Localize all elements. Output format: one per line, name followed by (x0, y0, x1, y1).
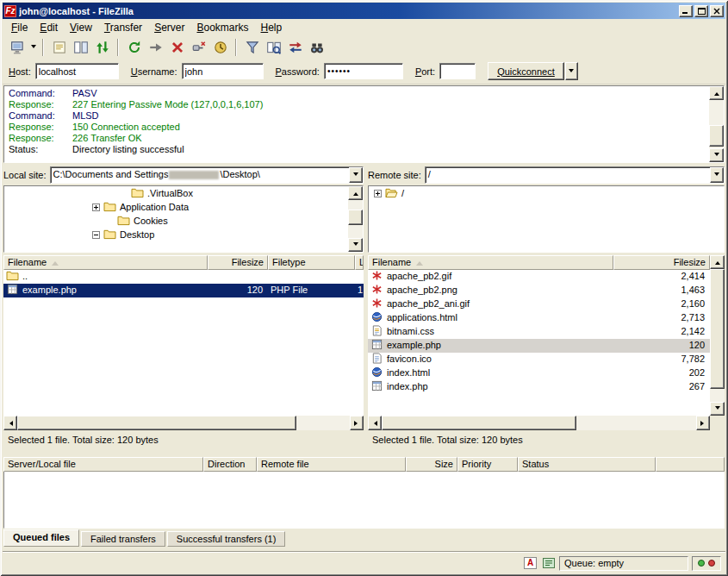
scroll-track[interactable] (348, 200, 363, 238)
scroll-thumb[interactable] (17, 416, 296, 430)
process-queue-icon[interactable] (146, 37, 165, 57)
scroll-up-button[interactable] (348, 186, 363, 200)
tab-successful-transfers-1[interactable]: Successful transfers (1) (167, 531, 286, 547)
menu-item-edit[interactable]: Edit (34, 20, 64, 35)
column-header-remote-file[interactable]: Remote file (257, 457, 406, 472)
disconnect-icon[interactable] (189, 37, 208, 57)
scroll-thumb[interactable] (348, 210, 363, 225)
menu-item-transfer[interactable]: Transfer (98, 20, 148, 35)
scroll-track[interactable] (17, 416, 350, 430)
combo-dropdown-icon[interactable] (349, 167, 363, 183)
log-scrollbar[interactable] (709, 86, 724, 162)
cancel-icon[interactable] (167, 37, 187, 57)
column-header-filesize[interactable]: Filesize (613, 255, 710, 270)
menu-item-help[interactable]: Help (255, 20, 289, 35)
username-input[interactable] (182, 63, 264, 79)
compare-icon[interactable] (264, 37, 283, 57)
menu-item-bookmarks[interactable]: Bookmarks (190, 20, 254, 35)
menu-item-view[interactable]: View (64, 20, 98, 35)
toggle-queue-icon[interactable] (92, 37, 112, 57)
remote-list-scrollbar[interactable] (710, 255, 725, 416)
scroll-thumb[interactable] (710, 269, 725, 389)
expand-plus-icon[interactable] (374, 190, 382, 197)
column-header-filesize[interactable]: Filesize (208, 255, 268, 270)
file-row-apache-pb2-png[interactable]: apache_pb2.png1,463 (368, 284, 710, 297)
collapse-minus-icon[interactable] (92, 231, 100, 239)
scroll-left-button[interactable] (3, 416, 17, 430)
scroll-up-button[interactable] (710, 255, 725, 269)
ascii-type-icon[interactable]: A (523, 556, 538, 570)
refresh-icon[interactable] (124, 37, 144, 57)
toggle-log-icon[interactable] (49, 37, 69, 57)
scroll-down-button[interactable] (709, 148, 724, 162)
file-row-apache-pb2-gif[interactable]: apache_pb2.gif2,414 (368, 270, 710, 284)
remote-path-value[interactable]: / (426, 167, 710, 183)
tree-item-application-data[interactable]: Application Data (4, 200, 363, 214)
file-row-bitnami-css[interactable]: bitnami.css2,142 (368, 325, 710, 339)
site-manager-dropdown-icon[interactable] (28, 37, 38, 57)
toggle-trees-icon[interactable] (71, 37, 90, 57)
remote-status-text: Selected 1 file. Total size: 120 bytes (368, 432, 725, 448)
keypad-icon[interactable] (541, 556, 556, 570)
file-row-example-php[interactable]: example.php120PHP File1 (3, 284, 364, 297)
column-header-filename[interactable]: Filename (3, 255, 208, 270)
column-header-filename[interactable]: Filename (368, 255, 613, 270)
host-input[interactable] (35, 63, 119, 79)
column-header-status[interactable]: Status (518, 457, 656, 472)
combo-dropdown-icon[interactable] (710, 167, 724, 183)
local-list-hscrollbar[interactable] (3, 416, 364, 430)
tab-queued-files[interactable]: Queued files (3, 529, 79, 547)
file-row-index-php[interactable]: index.php267 (368, 380, 710, 394)
scroll-thumb[interactable] (709, 125, 724, 147)
file-row-favicon-ico[interactable]: favicon.ico7,782 (368, 353, 710, 366)
column-header-server-local-file[interactable]: Server/Local file (3, 457, 203, 472)
scroll-thumb[interactable] (382, 416, 576, 430)
tree-item-cookies[interactable]: Cookies (4, 214, 363, 228)
scroll-left-button[interactable] (368, 416, 382, 430)
scroll-right-button[interactable] (696, 416, 710, 430)
close-button[interactable] (710, 5, 724, 17)
local-path-value[interactable]: C:\Documents and Settings\Desktop\ (51, 167, 349, 183)
minimize-button[interactable] (679, 5, 693, 17)
scroll-track[interactable] (709, 100, 724, 148)
expand-plus-icon[interactable] (92, 203, 100, 211)
password-input[interactable] (324, 63, 403, 79)
remote-list-hscrollbar[interactable] (368, 416, 710, 430)
column-header-filetype[interactable]: Filetype (268, 255, 355, 270)
quickconnect-button[interactable]: Quickconnect (488, 62, 564, 80)
scroll-track[interactable] (710, 269, 725, 402)
scroll-down-button[interactable] (710, 402, 725, 416)
tree-item-desktop[interactable]: Desktop (4, 228, 363, 241)
sync-browse-icon[interactable] (285, 37, 305, 57)
maximize-button[interactable] (694, 5, 708, 17)
local-tree-scrollbar[interactable] (348, 186, 363, 252)
site-manager-icon[interactable] (8, 37, 28, 57)
scroll-right-button[interactable] (350, 416, 364, 430)
file-row-applications-html[interactable]: applications.html2,713 (368, 311, 710, 325)
column-header-direction[interactable]: Direction (203, 457, 257, 472)
file-row-[interactable]: .. (3, 270, 364, 284)
column-header-last-modified[interactable]: Last modified (355, 255, 364, 270)
remote-site-combobox[interactable]: / (425, 166, 725, 184)
file-row-index-html[interactable]: index.html202 (368, 366, 710, 380)
menu-item-file[interactable]: File (5, 20, 34, 35)
column-header-priority[interactable]: Priority (457, 457, 518, 472)
find-icon[interactable] (307, 37, 327, 57)
menu-item-server[interactable]: Server (148, 20, 190, 35)
port-input[interactable] (439, 63, 476, 79)
tree-item-[interactable]: / (369, 186, 724, 200)
local-site-combobox[interactable]: C:\Documents and Settings\Desktop\ (50, 166, 364, 184)
tab-failed-transfers[interactable]: Failed transfers (81, 531, 165, 547)
scroll-up-button[interactable] (709, 86, 724, 100)
quickconnect-dropdown-icon[interactable] (565, 62, 578, 80)
scroll-track[interactable] (382, 416, 696, 430)
column-header-size[interactable]: Size (406, 457, 457, 472)
app-icon[interactable]: Fz (4, 5, 16, 17)
filter-icon[interactable] (242, 37, 262, 57)
log-lines: Command:PASVResponse:227 Entering Passiv… (5, 87, 708, 161)
file-row-example-php[interactable]: example.php120 (368, 339, 710, 353)
tree-item-virtualbox[interactable]: .VirtualBox (4, 186, 363, 200)
scroll-down-button[interactable] (348, 238, 363, 252)
reconnect-icon[interactable] (210, 37, 230, 57)
file-row-apache-pb2-ani-gif[interactable]: apache_pb2_ani.gif2,160 (368, 297, 710, 311)
